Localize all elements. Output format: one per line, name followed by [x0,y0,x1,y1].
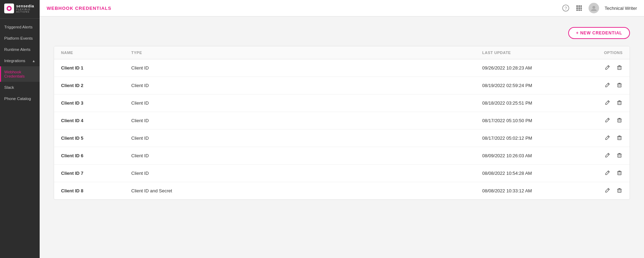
cell-last-update: 09/26/2022 10:28:23 AM [482,65,580,71]
page-content: + NEW CREDENTIAL NAME TYPE LAST UPDATE O… [40,16,644,258]
table-body: Client ID 1 Client ID 09/26/2022 10:28:2… [54,59,630,199]
table-row: Client ID 8 Client ID and Secret 08/08/2… [54,182,630,199]
cell-type: Client ID and Secret [131,188,482,193]
sidebar-item-platform-events[interactable]: Platform Events [0,33,40,44]
brand-name: sensedia [16,4,35,8]
svg-rect-14 [618,66,621,70]
sidebar-item-label: Triggered Alerts [4,25,33,29]
cell-last-update: 08/08/2022 10:54:28 AM [482,171,580,176]
cell-last-update: 08/17/2022 05:10:50 PM [482,118,580,123]
cell-type: Client ID [131,83,482,88]
svg-rect-6 [580,5,582,7]
cell-type: Client ID [131,65,482,71]
cell-type: Client ID [131,100,482,106]
svg-rect-12 [580,9,582,11]
delete-icon[interactable] [616,134,623,142]
cell-type: Client ID [131,118,482,123]
edit-icon[interactable] [604,152,611,159]
chevron-up-icon: ▲ [32,59,35,63]
edit-icon[interactable] [604,170,611,177]
user-name: Technical Writer [605,6,637,11]
table-row: Client ID 2 Client ID 08/19/2022 02:59:2… [54,77,630,94]
svg-rect-16 [618,101,621,105]
delete-icon[interactable] [616,170,623,177]
delete-icon[interactable] [616,64,623,72]
edit-icon[interactable] [604,187,611,194]
cell-options [580,99,623,107]
cell-name: Client ID 2 [61,83,131,88]
svg-point-1 [8,7,10,9]
svg-rect-19 [618,154,621,157]
cell-last-update: 08/08/2022 10:33:12 AM [482,188,580,193]
logo-text: sensedia FLEXIBLE ACTIONS [16,4,35,13]
cell-options [580,170,623,177]
sidebar-item-integrations[interactable]: Integrations ▲ [0,55,40,66]
cell-last-update: 08/19/2022 02:59:24 PM [482,83,580,88]
table-row: Client ID 3 Client ID 08/18/2022 03:25:5… [54,94,630,112]
edit-icon[interactable] [604,82,611,89]
delete-icon[interactable] [616,152,623,159]
credentials-table: NAME TYPE LAST UPDATE OPTIONS Client ID … [54,46,630,200]
sidebar-logo: sensedia FLEXIBLE ACTIONS [0,0,40,19]
cell-name: Client ID 6 [61,153,131,158]
sidebar-item-webhook-credentials[interactable]: Webhook Credentials [0,66,40,82]
header-last-update: LAST UPDATE [482,51,580,55]
svg-point-13 [592,6,595,9]
cell-name: Client ID 4 [61,118,131,123]
sidebar-item-label: Webhook Credentials [4,70,35,78]
brand-tagline: FLEXIBLE ACTIONS [16,8,35,13]
svg-text:?: ? [564,6,567,11]
cell-type: Client ID [131,135,482,141]
edit-icon[interactable] [604,99,611,107]
svg-rect-10 [576,9,578,11]
sidebar-item-triggered-alerts[interactable]: Triggered Alerts [0,21,40,33]
table-row: Client ID 4 Client ID 08/17/2022 05:10:5… [54,112,630,130]
table-row: Client ID 6 Client ID 08/09/2022 10:26:0… [54,147,630,165]
table-row: Client ID 5 Client ID 08/17/2022 05:02:1… [54,130,630,147]
cell-name: Client ID 7 [61,171,131,176]
svg-rect-21 [618,189,621,192]
cell-last-update: 08/17/2022 05:02:12 PM [482,135,580,141]
avatar[interactable] [589,3,599,13]
delete-icon[interactable] [616,99,623,107]
table-header: NAME TYPE LAST UPDATE OPTIONS [54,46,630,59]
edit-icon[interactable] [604,134,611,142]
grid-icon[interactable] [575,4,583,12]
delete-icon[interactable] [616,82,623,89]
cell-options [580,64,623,72]
sidebar-item-label: Platform Events [4,36,33,40]
topbar: WEBHOOK CREDENTIALS ? [40,0,644,16]
header-name: NAME [61,51,131,55]
sidebar-item-slack[interactable]: Slack [0,82,40,93]
delete-icon[interactable] [616,117,623,124]
cell-options [580,82,623,89]
svg-rect-15 [618,84,621,87]
svg-rect-9 [580,7,582,9]
delete-icon[interactable] [616,187,623,194]
header-type: TYPE [131,51,482,55]
sidebar-item-runtime-alerts[interactable]: Runtime Alerts [0,44,40,55]
help-icon[interactable]: ? [562,4,570,12]
cell-type: Client ID [131,171,482,176]
edit-icon[interactable] [604,64,611,72]
edit-icon[interactable] [604,117,611,124]
svg-rect-11 [578,9,580,11]
sidebar-item-phone-catalog[interactable]: Phone Catalog [0,93,40,104]
sidebar-item-label: Integrations [4,59,25,63]
sidebar-nav: Triggered Alerts Platform Events Runtime… [0,19,40,107]
svg-rect-5 [578,5,580,7]
svg-rect-18 [618,137,621,140]
sidebar-item-label: Phone Catalog [4,97,31,101]
cell-last-update: 08/09/2022 10:26:03 AM [482,153,580,158]
cell-name: Client ID 1 [61,65,131,71]
cell-type: Client ID [131,153,482,158]
sidebar-item-label: Runtime Alerts [4,47,31,52]
table-row: Client ID 1 Client ID 09/26/2022 10:28:2… [54,59,630,77]
new-credential-button[interactable]: + NEW CREDENTIAL [568,27,630,39]
cell-name: Client ID 5 [61,135,131,141]
svg-rect-7 [576,7,578,9]
sidebar: sensedia FLEXIBLE ACTIONS Triggered Aler… [0,0,40,258]
cell-name: Client ID 8 [61,188,131,193]
svg-rect-20 [618,172,621,175]
svg-rect-17 [618,119,621,122]
